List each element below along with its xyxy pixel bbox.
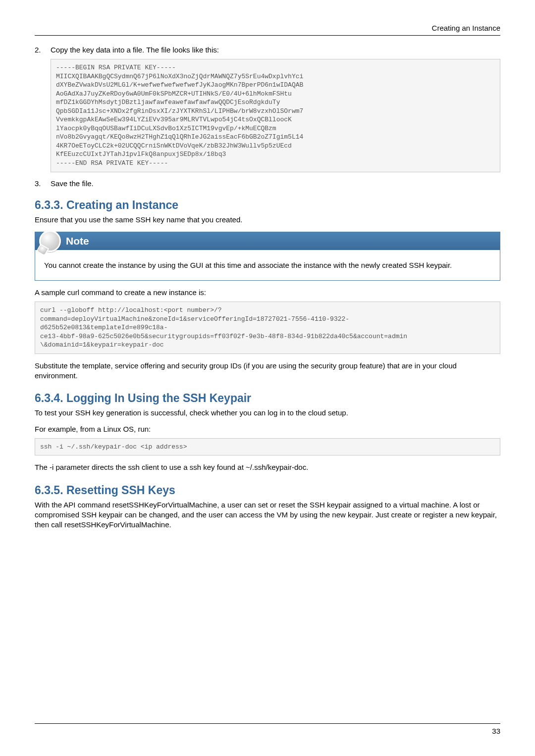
note-header: Note	[35, 232, 500, 250]
header-rule	[35, 35, 500, 36]
list-number: 3.	[35, 179, 51, 188]
list-item: 3. Save the file.	[35, 179, 500, 188]
rsa-key-code-block: -----BEGIN RSA PRIVATE KEY----- MIICXQIB…	[51, 59, 500, 172]
page-footer: 33	[35, 723, 500, 735]
list-text: Save the file.	[51, 179, 94, 188]
footer-rule	[35, 723, 500, 724]
curl-code-block: curl --globoff http://localhost:<port nu…	[35, 302, 500, 354]
list-number: 2.	[35, 46, 51, 54]
note-body: You cannot create the instance by using …	[35, 250, 500, 280]
body-text: For example, from a Linux OS, run:	[35, 424, 500, 434]
note-title: Note	[66, 235, 89, 247]
list-text: Copy the key data into a file. The file …	[51, 46, 219, 54]
body-text: The -i parameter directs the ssh client …	[35, 462, 500, 472]
section-heading-634: 6.3.4. Logging In Using the SSH Keypair	[35, 392, 500, 405]
body-text: A sample curl command to create a new in…	[35, 288, 500, 298]
list-item: 2. Copy the key data into a file. The fi…	[35, 46, 500, 54]
page-number: 33	[35, 727, 500, 735]
running-header: Creating an Instance	[35, 24, 500, 32]
body-text: Ensure that you use the same SSH key nam…	[35, 215, 500, 225]
section-heading-635: 6.3.5. Resetting SSH Keys	[35, 484, 500, 497]
body-text: To test your SSH key generation is succe…	[35, 408, 500, 418]
body-text: With the API command resetSSHKeyForVirtu…	[35, 500, 500, 530]
section-heading-633: 6.3.3. Creating an Instance	[35, 199, 500, 212]
note-admonition: Note You cannot create the instance by u…	[35, 232, 500, 281]
body-text: Substitute the template, service offerin…	[35, 361, 500, 381]
ssh-code-block: ssh -i ~/.ssh/keypair-doc <ip address>	[35, 438, 500, 456]
note-bubble-icon	[39, 230, 61, 252]
